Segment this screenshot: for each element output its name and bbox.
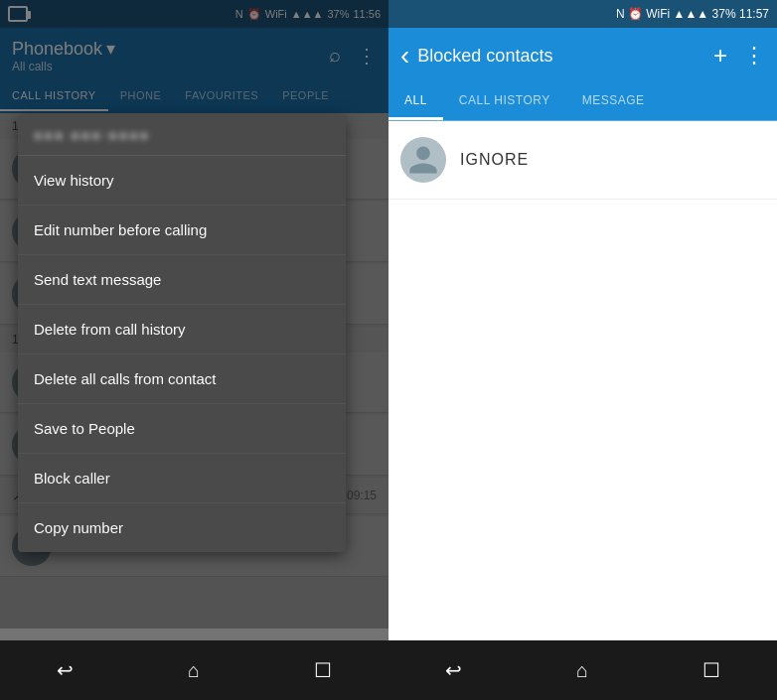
tab-call-history-right[interactable]: CALL HISTORY: [443, 83, 566, 120]
recent-button-right[interactable]: ☐: [693, 648, 730, 692]
person-icon: [406, 143, 440, 177]
menu-item-send-text[interactable]: Send text message: [18, 255, 346, 305]
battery-text-right: 37%: [712, 7, 736, 21]
tabs-bar-right: ALL CALL HISTORY MESSAGE: [388, 83, 777, 121]
back-button-right[interactable]: ↩: [435, 648, 472, 692]
alarm-icon-right: ⏰: [628, 7, 643, 21]
page-title-right: Blocked contacts: [417, 46, 552, 67]
home-button-right[interactable]: ⌂: [566, 649, 598, 692]
recent-button-left[interactable]: ☐: [304, 648, 342, 692]
status-icons-right: N ⏰ WiFi ▲▲▲ 37% 11:57: [616, 7, 769, 21]
header-right: ‹ Blocked contacts + ⋮: [388, 28, 777, 83]
bottom-nav-left: ↩ ⌂ ☐: [0, 640, 388, 700]
context-menu-phone: ●●● ●●●-●●●●: [34, 127, 330, 143]
menu-item-block-caller[interactable]: Block caller: [18, 454, 346, 503]
blocked-list: IGNORE: [388, 121, 777, 200]
back-button-header-right[interactable]: ‹: [400, 40, 409, 71]
more-icon-right[interactable]: ⋮: [743, 43, 765, 69]
tab-all[interactable]: ALL: [388, 83, 443, 120]
wifi-icon-right: WiFi: [646, 7, 670, 21]
blocked-avatar-0: [400, 137, 446, 183]
menu-item-save-people[interactable]: Save to People: [18, 404, 346, 454]
right-panel: N ⏰ WiFi ▲▲▲ 37% 11:57 ‹ Blocked contact…: [388, 0, 777, 700]
menu-item-view-history[interactable]: View history: [18, 156, 346, 206]
menu-item-delete-all-calls[interactable]: Delete all calls from contact: [18, 354, 346, 404]
context-menu: ●●● ●●●-●●●● View history Edit number be…: [18, 115, 346, 552]
status-bar-right: N ⏰ WiFi ▲▲▲ 37% 11:57: [388, 0, 777, 28]
context-menu-header: ●●● ●●●-●●●●: [18, 115, 346, 156]
back-button-left[interactable]: ↩: [47, 648, 83, 692]
menu-item-edit-number[interactable]: Edit number before calling: [18, 206, 346, 255]
nfc-icon-right: N: [616, 7, 625, 21]
signal-icon-right: ▲▲▲: [674, 7, 709, 21]
left-panel: N ⏰ WiFi ▲▲▲ 37% 11:56 Phonebook ▾ All c…: [0, 0, 388, 700]
bottom-nav-right: ↩ ⌂ ☐: [388, 640, 777, 700]
header-actions-right: + ⋮: [713, 42, 765, 70]
back-and-title: ‹ Blocked contacts: [400, 40, 552, 71]
menu-item-delete-call[interactable]: Delete from call history: [18, 305, 346, 354]
add-contact-button[interactable]: +: [713, 42, 727, 70]
menu-item-copy-number[interactable]: Copy number: [18, 503, 346, 552]
blocked-name-0: IGNORE: [460, 151, 529, 169]
blocked-item-0[interactable]: IGNORE: [388, 121, 777, 200]
home-button-left[interactable]: ⌂: [178, 649, 210, 692]
tab-message[interactable]: MESSAGE: [566, 83, 661, 120]
time-right: 11:57: [739, 7, 769, 21]
